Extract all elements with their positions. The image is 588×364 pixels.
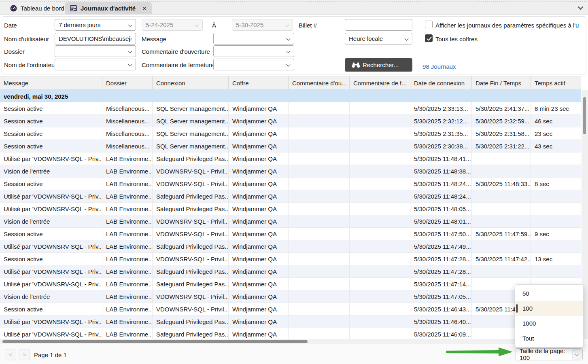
table-row[interactable]: Vision de l'entréeLAB Environme...VDOWNS… bbox=[0, 165, 581, 178]
vertical-scrollbar-thumb[interactable] bbox=[583, 97, 586, 134]
cell bbox=[350, 203, 410, 215]
cell: Safeguard Privileged Pas... bbox=[153, 190, 229, 203]
cell: Windjammer QA bbox=[229, 203, 289, 215]
cell bbox=[289, 152, 350, 165]
table-row[interactable]: Utilisé par 'VDOWNSRV-SQL - Priv...LAB E… bbox=[0, 328, 581, 339]
all-vaults-checkbox[interactable] bbox=[425, 34, 433, 42]
cell bbox=[350, 265, 410, 278]
tab-activity-logs[interactable]: Journaux d'activité × bbox=[65, 2, 152, 15]
column-header-3[interactable]: Connexion bbox=[153, 76, 229, 89]
cell bbox=[289, 303, 350, 315]
close-comment-select[interactable] bbox=[213, 59, 294, 70]
column-header-5[interactable]: Commentaire d'ou... bbox=[289, 76, 350, 89]
table-row[interactable]: Utilisé par 'VDOWNSRV-SQL - Priv...LAB E… bbox=[0, 265, 581, 278]
next-page-button[interactable]: > bbox=[19, 349, 30, 360]
cell: Session active bbox=[0, 102, 102, 115]
table-row[interactable]: Utilisé par 'VDOWNSRV-SQL - Priv...LAB E… bbox=[0, 315, 581, 328]
ticket-input[interactable] bbox=[345, 19, 412, 31]
chevron-down-icon bbox=[128, 49, 132, 53]
column-header-4[interactable]: Coffre bbox=[229, 76, 289, 89]
table-row[interactable]: Session activeMiscellaneous...SQL Server… bbox=[0, 102, 581, 115]
cell bbox=[472, 190, 531, 203]
menu-item-1000[interactable]: 1000 bbox=[515, 316, 583, 331]
column-header-6[interactable]: Commentaire de f... bbox=[350, 76, 410, 89]
column-header-7[interactable]: Date de connexion bbox=[410, 76, 472, 89]
cell: 5/30/2025 11:47:05... bbox=[410, 290, 472, 303]
cell bbox=[289, 203, 350, 215]
table-header-row: MessageDossierConnexionCoffreCommentaire… bbox=[0, 76, 581, 90]
previous-page-button[interactable]: < bbox=[5, 349, 16, 360]
table-row[interactable]: Session activeMiscellaneous...SQL Server… bbox=[0, 115, 581, 127]
cell bbox=[350, 303, 410, 315]
cell: 5/30/2025 11:47:28... bbox=[410, 265, 472, 278]
table-row[interactable]: Utilisé par 'VDOWNSRV-SQL - Priv...LAB E… bbox=[0, 190, 581, 203]
cell bbox=[350, 315, 410, 328]
cell: LAB Environme... bbox=[102, 265, 153, 278]
cell: 5/30/2025 2:32:59... bbox=[472, 115, 531, 127]
table-row[interactable]: Session activeLAB Environme...VDOWNSRV-S… bbox=[0, 253, 581, 265]
cell: 5/30/2025 11:46:43... bbox=[410, 303, 472, 315]
cell bbox=[289, 140, 350, 152]
chevron-down-icon bbox=[287, 63, 291, 67]
open-comment-select[interactable] bbox=[213, 45, 294, 57]
result-count-link[interactable]: 98 Journaux bbox=[422, 63, 456, 70]
chevron-down-icon[interactable] bbox=[578, 4, 583, 10]
cell: 5/30/2025 11:46:40... bbox=[410, 315, 472, 328]
username-select[interactable]: DEVOLUTIONS\mbeausej bbox=[55, 33, 136, 44]
cell: Utilisé par 'VDOWNSRV-SQL - Priv... bbox=[0, 328, 102, 339]
cell: 5/30/2025 11:47:50... bbox=[410, 228, 472, 240]
column-header-8[interactable]: Date Fin / Temps bbox=[472, 76, 531, 89]
column-header-2[interactable]: Dossier bbox=[102, 76, 153, 89]
cell: Vision de l'entrée bbox=[0, 165, 102, 178]
table-row[interactable]: Session activeLAB Environme...VDOWNSRV-S… bbox=[0, 303, 581, 315]
folder-select[interactable] bbox=[55, 45, 136, 57]
tab-dashboard[interactable]: Tableau de bord bbox=[5, 2, 70, 15]
group-header-row[interactable]: vendredi, mai 30, 2025 bbox=[0, 90, 581, 102]
close-comment-label: Commentaire de fermeture bbox=[142, 61, 214, 68]
cell: LAB Environme... bbox=[102, 315, 153, 328]
close-icon[interactable]: × bbox=[142, 5, 146, 12]
cell: VDOWNSRV-SQL - Privil... bbox=[153, 303, 229, 315]
page-size-label: Taille de la page: 100 bbox=[520, 347, 572, 361]
column-header-9[interactable]: Temps actif bbox=[531, 76, 581, 89]
cell: 5/30/2025 2:31:58... bbox=[472, 127, 531, 140]
show-user-logs-checkbox[interactable] bbox=[425, 21, 433, 28]
horizontal-scrollbar-thumb[interactable] bbox=[2, 340, 308, 343]
app-window: Tableau de bord Journaux d'activité × Da… bbox=[0, 0, 588, 364]
date-range-select[interactable]: 7 derniers jours bbox=[55, 19, 136, 31]
ticket-label: Billet # bbox=[299, 22, 317, 29]
date-from-value: 5-24-2025 bbox=[146, 21, 173, 28]
table-row[interactable]: Session activeLAB Environme...VDOWNSRV-S… bbox=[0, 178, 581, 190]
search-button[interactable]: Rechercher... bbox=[345, 58, 412, 72]
computer-select[interactable] bbox=[55, 59, 136, 70]
chevron-down-icon bbox=[128, 23, 132, 27]
table-row[interactable]: Vision de l'entréeLAB Environme...VDOWNS… bbox=[0, 215, 581, 228]
cell: LAB Environme... bbox=[102, 228, 153, 240]
timezone-select[interactable]: Heure locale bbox=[345, 33, 412, 44]
menu-item-50[interactable]: 50 bbox=[515, 286, 583, 301]
menu-item-100[interactable]: 100 bbox=[515, 301, 583, 316]
menu-item-tout[interactable]: Tout bbox=[515, 331, 583, 346]
cell bbox=[350, 290, 410, 303]
table-row[interactable]: Session activeLAB Environme...VDOWNSRV-S… bbox=[0, 228, 581, 240]
table-row[interactable]: Utilisé par 'VDOWNSRV-SQL - Priv...LAB E… bbox=[0, 278, 581, 290]
page-size-dropdown[interactable]: Taille de la page: 100 bbox=[516, 348, 583, 360]
table-row[interactable]: Utilisé par 'VDOWNSRV-SQL - Priv...LAB E… bbox=[0, 152, 581, 165]
table-row[interactable]: Session activeMiscellaneous...SQL Server… bbox=[0, 127, 581, 140]
message-select[interactable] bbox=[213, 33, 294, 44]
column-header-1[interactable]: Message bbox=[0, 76, 102, 89]
table-row[interactable]: Session activeMiscellaneous...SQL Server… bbox=[0, 140, 581, 152]
cell bbox=[472, 240, 531, 253]
table-row[interactable]: Utilisé par 'VDOWNSRV-SQL - Priv...LAB E… bbox=[0, 203, 581, 215]
cell bbox=[472, 215, 531, 228]
cell bbox=[350, 115, 410, 127]
cell bbox=[350, 127, 410, 140]
horizontal-scrollbar[interactable] bbox=[0, 339, 581, 344]
table-row[interactable]: Vision de l'entréeLAB Environme...VDOWNS… bbox=[0, 290, 581, 303]
cell bbox=[531, 152, 581, 165]
table-row[interactable]: Utilisé par 'VDOWNSRV-SQL - Priv...LAB E… bbox=[0, 240, 581, 253]
cell: Windjammer QA bbox=[229, 127, 289, 140]
cell: LAB Environme... bbox=[102, 215, 153, 228]
tab-bar: Tableau de bord Journaux d'activité × bbox=[0, 0, 588, 15]
cell: 5/30/2025 11:46:09... bbox=[410, 328, 472, 339]
